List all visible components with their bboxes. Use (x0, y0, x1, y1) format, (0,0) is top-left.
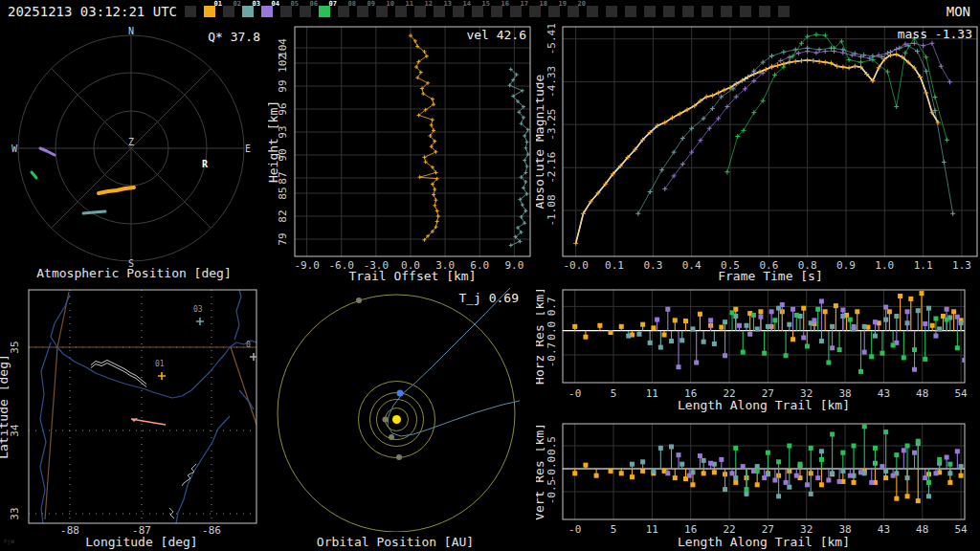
station-indicator[interactable] (644, 6, 656, 17)
station-indicator-05[interactable]: 05 (280, 6, 292, 17)
station-id-label: 19 (559, 1, 567, 8)
station-indicator-03[interactable]: 03 (242, 6, 254, 17)
residual-point-04 (723, 353, 727, 358)
residual-point-04 (840, 307, 845, 312)
station-indicator-01[interactable]: 01 (204, 6, 215, 17)
residual-point-01 (819, 482, 824, 487)
horz-res-xlabel: Length Along Trail [km] (678, 398, 850, 412)
lightcurve-fit (576, 55, 938, 243)
ground-map-panel: 01030-88-87-86353433 Longitude [deg] Lat… (0, 282, 268, 551)
station-indicator[interactable] (682, 6, 694, 17)
residual-point-04 (912, 367, 917, 372)
station-indicator-18[interactable]: 18 (529, 6, 541, 17)
residual-point-04 (883, 305, 888, 310)
residual-point-04 (837, 479, 842, 484)
residual-point-04 (848, 474, 853, 478)
svg-text:-0: -0 (568, 387, 581, 400)
station-indicator[interactable] (606, 6, 617, 17)
station-indicator-06[interactable]: 06 (300, 6, 311, 17)
magnitude-xlabel: Frame Time [s] (718, 269, 823, 283)
station-indicator[interactable] (759, 6, 770, 17)
station-indicator[interactable] (625, 6, 636, 17)
station-indicator-11[interactable]: 11 (395, 6, 407, 17)
residual-point-01 (916, 498, 921, 503)
station-indicator-13[interactable]: 13 (434, 6, 445, 17)
svg-text:11: 11 (646, 523, 658, 536)
station-indicator-16[interactable]: 16 (491, 6, 502, 17)
residual-point-03 (894, 314, 899, 319)
station-indicator[interactable] (185, 6, 196, 17)
station-id-label: 04 (272, 1, 279, 8)
residual-point-07 (741, 350, 746, 355)
residual-point-07 (880, 351, 884, 356)
residual-point-04 (805, 482, 810, 487)
residual-point-01 (683, 319, 688, 323)
residual-point-01 (640, 469, 645, 474)
station-indicator-15[interactable]: 15 (472, 6, 483, 17)
station-indicator-08[interactable]: 08 (338, 6, 349, 17)
trail-offset-panel: -9.0-6.0-3.00.03.06.09.07982858790939699… (268, 24, 536, 283)
svg-text:0.9: 0.9 (836, 259, 856, 272)
residual-point-04 (923, 475, 927, 480)
residual-point-01 (651, 325, 656, 330)
map-station-label: 01 (155, 360, 165, 368)
vert-res-xlabel: Length Along Trail [km] (678, 535, 850, 549)
station-indicator[interactable] (778, 6, 790, 17)
svg-text:79: 79 (277, 232, 289, 245)
station-indicator-09[interactable]: 09 (357, 6, 368, 17)
polar-spoke (131, 148, 211, 228)
residual-point-04 (687, 474, 692, 478)
residual-point-01 (712, 470, 717, 474)
residual-point-04 (794, 474, 799, 478)
station-indicator-14[interactable]: 14 (453, 6, 464, 17)
residual-point-07 (840, 451, 845, 455)
station-indicator[interactable] (702, 6, 713, 17)
station-indicator[interactable] (721, 6, 732, 17)
residual-point-03 (744, 323, 748, 328)
magnitude-panel: -0.00.10.30.40.50.60.80.91.01.11.3-5.41-… (536, 24, 980, 283)
map-station-label: 0 (246, 341, 251, 349)
residual-point-04 (791, 307, 795, 312)
residual-point-03 (702, 340, 706, 344)
station-indicator-10[interactable]: 10 (376, 6, 388, 17)
station-indicator-17[interactable]: 17 (510, 6, 522, 17)
station-id-label: 01 (214, 1, 222, 8)
residual-point-03 (630, 462, 635, 467)
station-indicator[interactable] (663, 6, 675, 17)
residual-point-07 (947, 462, 952, 467)
station-id-label: 03 (253, 1, 260, 8)
compass-label-Z: Z (128, 137, 134, 147)
residual-point-04 (741, 464, 746, 469)
horz-res-ylabel: Horz Res [km] (536, 287, 546, 385)
svg-text:1.3: 1.3 (952, 259, 971, 272)
ground-track-arrow (131, 419, 166, 425)
residual-point-01 (758, 309, 763, 314)
river (176, 416, 230, 523)
residual-point-04 (665, 471, 670, 475)
svg-text:43: 43 (878, 387, 890, 400)
station-indicator-19[interactable]: 19 (548, 6, 560, 17)
residual-point-07 (798, 462, 803, 467)
residual-point-01 (919, 291, 924, 296)
station-indicator-20[interactable]: 20 (568, 6, 579, 17)
residual-point-07 (923, 357, 927, 362)
residual-point-07 (733, 446, 738, 451)
station-indicator-02[interactable]: 02 (223, 6, 234, 17)
station-indicator-12[interactable]: 12 (414, 6, 426, 17)
station-indicator-07[interactable]: 07 (319, 6, 330, 17)
residual-point-04 (780, 302, 785, 307)
residual-point-03 (873, 334, 878, 339)
station-indicator[interactable] (740, 6, 751, 17)
residual-point-07 (787, 444, 791, 449)
vert-residuals-panel: -051116222732384348540.5-0.0-0.5 Length … (536, 416, 980, 551)
residual-point-04 (873, 320, 878, 324)
residual-point-04 (665, 307, 670, 312)
station-id-label: 12 (425, 1, 433, 8)
station-indicator-04[interactable]: 04 (261, 6, 273, 17)
station-id-label: 11 (406, 1, 413, 8)
residual-point-03 (959, 320, 964, 325)
residual-point-03 (640, 459, 645, 464)
station-indicator[interactable] (587, 6, 598, 17)
sun-dot (392, 415, 401, 424)
trail-offset-xlabel: Trail Offset [km] (348, 269, 476, 283)
